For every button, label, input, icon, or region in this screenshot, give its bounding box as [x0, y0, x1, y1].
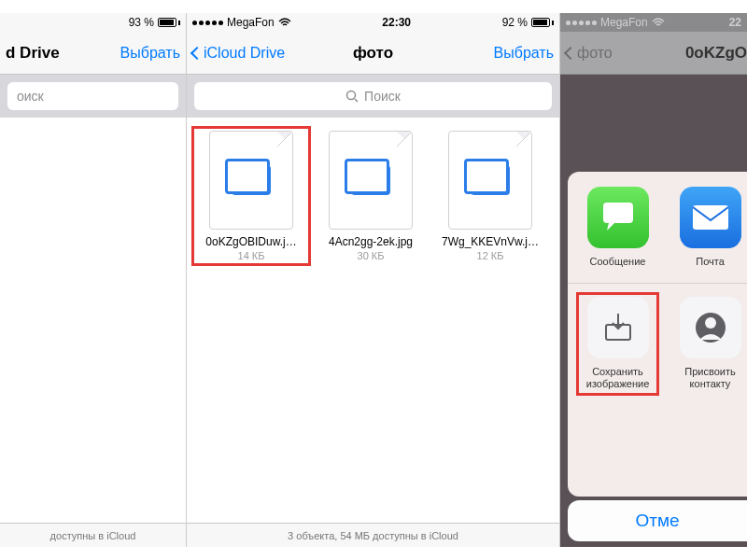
carrier-label: MegaFon: [227, 16, 275, 29]
search-bar: оиск: [0, 75, 186, 118]
signal-icon: [192, 21, 223, 25]
file-thumbnail: [448, 131, 532, 230]
search-input[interactable]: оиск: [7, 82, 178, 110]
battery-icon: [531, 18, 554, 27]
search-icon: [345, 90, 359, 103]
search-placeholder: Поиск: [364, 89, 401, 104]
svg-point-0: [347, 91, 356, 100]
carrier-label: MegaFon: [600, 16, 648, 29]
status-bar: 93 %: [0, 13, 186, 32]
file-thumbnail: [209, 131, 293, 230]
svg-line-1: [355, 99, 358, 102]
file-item[interactable]: 7Wg_KKEVnVw.j… 12 КБ: [435, 131, 545, 261]
nav-bar: d Drive Выбрать: [0, 32, 186, 75]
search-placeholder: оиск: [17, 89, 44, 104]
clock: 22: [729, 16, 741, 29]
chevron-left-icon: [564, 46, 577, 59]
share-message[interactable]: Сообщение: [581, 187, 655, 268]
svg-point-5: [705, 317, 716, 329]
status-bar: MegaFon 22: [560, 13, 747, 32]
content-area: [0, 118, 186, 523]
file-name: 7Wg_KKEVnVw.j…: [435, 235, 545, 248]
action-label: Присвоить контакту: [673, 366, 747, 390]
search-bar: Поиск: [187, 75, 559, 118]
message-icon: [587, 187, 649, 248]
battery-percent: 93 %: [129, 16, 154, 29]
search-input[interactable]: Поиск: [194, 82, 552, 110]
svg-rect-2: [693, 205, 728, 230]
page-title: 0oKZgO: [685, 44, 747, 63]
action-assign-contact[interactable]: Присвоить контакту: [673, 297, 747, 390]
photo-stack-icon: [351, 165, 390, 195]
page-title: фото: [353, 44, 393, 63]
footer-status: доступны в iCloud: [0, 523, 186, 547]
file-size: 14 КБ: [196, 250, 306, 261]
file-name: 0oKZgOBIDuw.j…: [196, 235, 306, 248]
contact-icon: [680, 297, 741, 358]
action-label: Сохранить изображение: [581, 366, 655, 390]
save-image-icon: [587, 297, 649, 358]
page-title: d Drive: [6, 44, 60, 63]
file-size: 12 КБ: [435, 250, 545, 261]
select-button[interactable]: Выбрать: [120, 45, 180, 62]
content-area: 0oKZgOBIDuw.j… 14 КБ 4Acn2gg-2ek.jpg 30 …: [187, 118, 559, 523]
footer-status: 3 объекта, 54 МБ доступны в iCloud: [187, 523, 559, 547]
share-label: Почта: [673, 256, 747, 268]
chevron-left-icon: [190, 46, 204, 59]
divider: [568, 283, 747, 284]
back-button[interactable]: фото: [566, 45, 613, 62]
wifi-icon: [652, 18, 665, 27]
mail-icon: [680, 187, 741, 248]
share-mail[interactable]: Почта: [673, 187, 747, 268]
photo-stack-icon: [232, 165, 271, 195]
signal-icon: [566, 21, 597, 25]
clock: 22:30: [382, 16, 411, 29]
file-thumbnail: [329, 131, 413, 230]
file-item[interactable]: 4Acn2gg-2ek.jpg 30 КБ: [316, 131, 426, 261]
file-name: 4Acn2gg-2ek.jpg: [316, 235, 426, 248]
photo-stack-icon: [471, 165, 510, 195]
status-bar: MegaFon 22:30 92 %: [187, 13, 559, 32]
file-item[interactable]: 0oKZgOBIDuw.j… 14 КБ: [196, 131, 306, 261]
nav-bar: iCloud Drive фото Выбрать: [187, 32, 559, 75]
nav-bar: фото 0oKZgO: [560, 32, 747, 75]
cancel-button[interactable]: Отме: [568, 500, 747, 541]
share-sheet: Сообщение Почта Сохранить изображение: [568, 172, 747, 497]
select-button[interactable]: Выбрать: [494, 45, 554, 62]
share-label: Сообщение: [581, 256, 655, 268]
action-save-image[interactable]: Сохранить изображение: [581, 297, 655, 390]
file-size: 30 КБ: [316, 250, 426, 261]
battery-percent: 92 %: [502, 16, 528, 29]
battery-icon: [158, 18, 180, 27]
wifi-icon: [278, 18, 291, 27]
back-button[interactable]: iCloud Drive: [192, 45, 285, 62]
